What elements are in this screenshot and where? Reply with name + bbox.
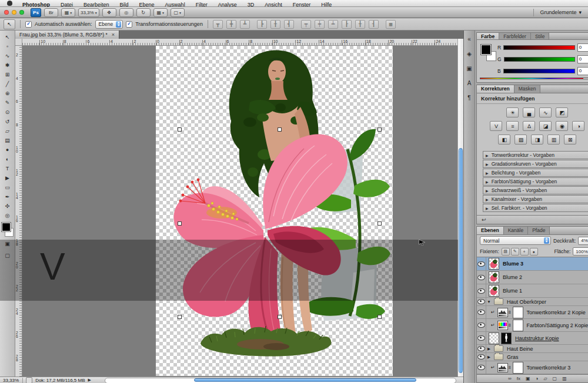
zoom-tool[interactable]: ◎ [2, 211, 14, 220]
lock-transparency-icon[interactable]: ▨ [502, 248, 510, 256]
preset-group[interactable]: ▶Gradationskurven - Vorgaben [483, 160, 588, 168]
color-tab-stile[interactable]: Stile [531, 33, 550, 39]
toolbar-color-swatches[interactable] [1, 223, 14, 237]
layer-row[interactable]: Blume 2 [477, 271, 588, 284]
foreground-color-swatch[interactable] [2, 223, 11, 231]
distribute-right-icon[interactable]: ┨ [369, 20, 379, 29]
quick-selection-tool[interactable]: ✱ [2, 61, 14, 69]
invert-icon[interactable]: ◧ [498, 135, 510, 145]
menu-photoshop[interactable]: Photoshop [17, 2, 55, 8]
layer-row[interactable]: ▼Haut Oberkörper [477, 298, 588, 306]
adjustment-thumbnail[interactable] [497, 363, 508, 372]
foreground-color-swatch[interactable] [481, 45, 491, 55]
arrange-documents-button[interactable]: ▦▾ [153, 8, 168, 17]
layer-visibility-toggle[interactable] [477, 345, 486, 352]
apple-menu-icon[interactable] [7, 1, 12, 6]
transform-handle[interactable] [278, 127, 282, 132]
type-tool[interactable]: T [2, 164, 14, 173]
layer-thumbnail[interactable] [489, 332, 499, 344]
layer-visibility-toggle[interactable] [477, 298, 486, 305]
close-window-button[interactable] [4, 10, 9, 15]
channel-slider[interactable] [503, 69, 575, 73]
history-brush-tool[interactable]: ↺ [2, 117, 14, 126]
expand-dock-icon[interactable]: « [464, 34, 475, 43]
channel-value-field[interactable]: 0 [577, 67, 588, 75]
auto-select-dropdown[interactable]: Ebene ▲▼ [95, 20, 123, 29]
character-panel-icon[interactable]: A [464, 78, 475, 88]
gradient-tool[interactable]: ▤ [2, 136, 14, 145]
lock-all-icon[interactable]: ● [530, 248, 538, 256]
screen-mode-button[interactable]: ▢▾ [171, 8, 185, 17]
layer-thumbnail[interactable] [489, 285, 499, 297]
layer-thumbnail[interactable] [489, 271, 499, 283]
menu-filter[interactable]: Filter [191, 2, 213, 8]
preset-group[interactable]: ▶Belichtung - Vorgaben [483, 169, 588, 177]
preset-group[interactable]: ▶Kanalmixer - Vorgaben [483, 195, 588, 203]
add-layer-mask-icon[interactable]: ▣ [526, 376, 530, 381]
paragraph-panel-icon[interactable]: ¶ [464, 93, 475, 102]
distribute-bottom-icon[interactable]: ┷ [328, 20, 338, 29]
preset-group[interactable]: ▶Sel. Farbkorr. - Vorgaben [483, 204, 588, 212]
zoom-tool-button[interactable]: ◎ [119, 8, 133, 17]
preset-group[interactable]: ▶Tonwertkorrektur - Vorgaben [483, 151, 588, 159]
eraser-tool[interactable]: ▱ [2, 126, 14, 135]
vertical-scrollbar[interactable] [457, 39, 463, 377]
photo-filter-icon[interactable]: ◉ [556, 121, 568, 131]
layer-row[interactable]: Hautstruktur Kopie [477, 332, 588, 345]
bridge-button[interactable]: Br [44, 8, 58, 17]
menu-fenster[interactable]: Fenster [288, 2, 316, 8]
disclosure-triangle-icon[interactable]: ▶ [486, 171, 489, 175]
zoom-level-dropdown[interactable]: 33,3%▾ [78, 8, 99, 17]
new-group-icon[interactable]: ▱ [543, 376, 547, 381]
layer-mask-thumbnail[interactable] [513, 362, 523, 374]
adjustments-tab-masken[interactable]: Masken [514, 85, 541, 93]
layer-mask-thumbnail[interactable] [501, 332, 512, 344]
layer-visibility-toggle[interactable] [477, 319, 486, 331]
minimize-window-button[interactable] [12, 10, 16, 15]
vertical-scrollbar-thumb[interactable] [459, 148, 463, 373]
hand-tool[interactable]: ✣ [2, 201, 14, 210]
chevron-down-icon[interactable]: ▼ [486, 300, 492, 304]
transform-handle[interactable] [178, 127, 182, 132]
layer-comps-panel-icon[interactable]: ▣ [464, 63, 475, 73]
status-options-arrow[interactable]: ▶ [88, 378, 91, 382]
menu-bearbeiten[interactable]: Bearbeiten [78, 2, 115, 8]
new-layer-icon[interactable]: ▢ [553, 376, 557, 381]
color-tab-farbfelder[interactable]: Farbfelder [499, 33, 531, 39]
gradient-map-icon[interactable]: ▥ [547, 135, 560, 145]
dodge-tool[interactable]: ◐ [2, 154, 14, 163]
horizontal-scrollbar-thumb[interactable] [194, 378, 416, 382]
chevron-right-icon[interactable]: ▶ [486, 355, 492, 360]
curves-icon[interactable]: ∿ [539, 107, 552, 117]
transform-handle[interactable] [377, 315, 382, 319]
layer-mask-thumbnail[interactable] [513, 320, 523, 331]
lock-pixels-icon[interactable]: ✎ [511, 248, 519, 256]
blend-mode-dropdown[interactable]: Normal ▲▼ [480, 236, 551, 245]
switch-panel-icon[interactable]: ↩ [482, 217, 486, 223]
pen-tool[interactable]: ✒ [2, 192, 14, 201]
threshold-icon[interactable]: ◨ [531, 135, 543, 145]
disclosure-triangle-icon[interactable]: ▶ [486, 197, 489, 201]
layer-row[interactable]: Blume 3 [477, 257, 588, 271]
layer-visibility-toggle[interactable] [477, 332, 486, 344]
layer-visibility-toggle[interactable] [477, 257, 486, 270]
distribute-vcenter-icon[interactable]: ┿ [315, 20, 325, 29]
chevron-right-icon[interactable]: ▶ [486, 347, 492, 351]
distribute-left-icon[interactable]: ┠ [342, 20, 352, 29]
menu-ansicht[interactable]: Ansicht [259, 2, 288, 8]
align-bottom-icon[interactable]: ┻ [240, 20, 250, 29]
canvas[interactable] [156, 46, 393, 376]
transform-handle[interactable] [178, 315, 182, 319]
healing-brush-tool[interactable]: ⊕ [2, 89, 14, 98]
layer-visibility-toggle[interactable] [477, 284, 486, 297]
path-selection-tool[interactable]: ▶ [2, 173, 14, 182]
color-spectrum-ramp[interactable] [480, 78, 588, 79]
menu-datei[interactable]: Datei [55, 2, 78, 8]
layer-style-icon[interactable]: fx [517, 376, 520, 381]
horizontal-scrollbar[interactable] [105, 378, 456, 383]
transform-controls-checkbox[interactable]: ✓ [126, 21, 132, 28]
menu-ebene[interactable]: Ebene [134, 2, 160, 8]
delete-layer-icon[interactable]: ▥ [562, 376, 567, 381]
channel-mixer-icon[interactable]: ◑ [572, 121, 584, 131]
document-tab[interactable]: Frau.jpg bei 33,3% (Blume 3, RGB/8*) * × [15, 31, 119, 39]
